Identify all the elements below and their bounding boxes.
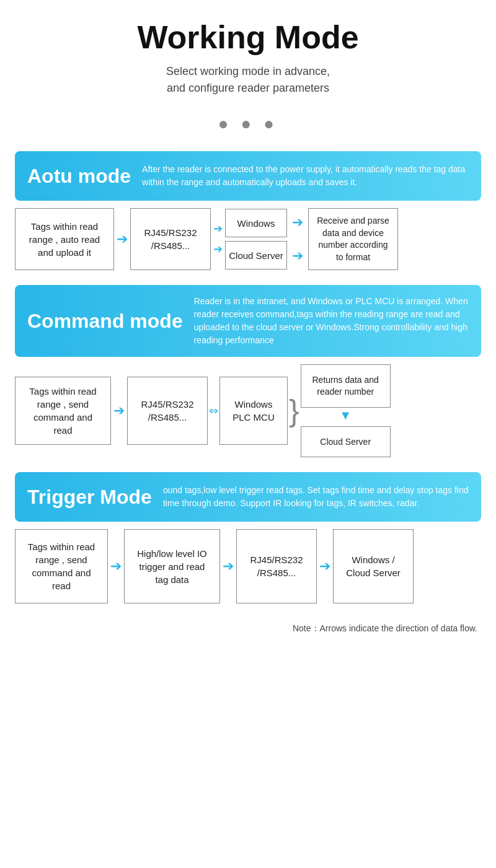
trig-box-wincloud: Windows / Cloud Server — [333, 529, 414, 603]
aotu-flow: Tags within read range , auto read and u… — [15, 208, 481, 270]
cmd-arrow1: ➔ — [113, 403, 125, 419]
trig-arrow1: ➔ — [110, 558, 122, 574]
cmd-arrow-down: ▼ — [339, 409, 352, 421]
cmd-box-winplc: Windows PLC MCU — [219, 377, 288, 445]
aotu-arrow1: ➔ — [117, 231, 128, 247]
trigger-mode-banner: Trigger Mode ound tags,low level trigger… — [15, 472, 481, 522]
page-header: Working Mode Select working mode in adva… — [0, 0, 496, 103]
note: Note：Arrows indicate the direction of da… — [0, 618, 496, 647]
aotu-box-rj45: RJ45/RS232 /RS485... — [130, 208, 211, 270]
aotu-arrow-bottom: ➔ — [213, 243, 223, 256]
command-mode-desc: Reader is in the intranet, and Windows o… — [194, 295, 469, 347]
command-mode-banner: Command mode Reader is in the intranet, … — [15, 285, 481, 357]
aotu-arrows-right: ➔ ➔ — [290, 214, 306, 264]
page-subtitle: Select working mode in advance, and conf… — [12, 63, 484, 97]
aotu-mode-desc: After the reader is connected to the pow… — [142, 163, 469, 189]
trig-box-rj45: RJ45/RS232 /RS485... — [236, 529, 317, 603]
command-flow: Tags within read range , send command an… — [15, 364, 481, 457]
command-mode-title: Command mode — [27, 309, 183, 333]
aotu-arrow3: ➔ — [292, 248, 303, 264]
cmd-box-cloud: Cloud Server — [301, 426, 391, 457]
aotu-wincloud: Windows Cloud Server — [225, 209, 287, 270]
trig-box-io: High/low level IO trigger and read tag d… — [124, 529, 220, 603]
aotu-branch-arrows: ➔ ➔ — [213, 222, 223, 256]
trig-box-tags: Tags within read range , send command an… — [15, 529, 108, 603]
aotu-mode-title: Aotu mode — [27, 164, 131, 188]
trigger-mode-desc: ound tags,low level trigger read tags. S… — [163, 484, 469, 510]
aotu-box-windows: Windows — [225, 209, 287, 237]
aotu-box-parse: Receive and parse data and device number… — [308, 208, 398, 270]
trigger-mode-title: Trigger Mode — [27, 485, 152, 509]
cmd-box-rj45: RJ45/RS232 /RS485... — [127, 377, 208, 445]
cmd-bracket: } — [289, 395, 299, 426]
dots-indicator: ● ● ● — [0, 114, 496, 134]
trig-arrow2: ➔ — [223, 558, 234, 574]
cmd-right-col: Returns data and reader number ▼ Cloud S… — [301, 364, 391, 457]
cmd-box-tags: Tags within read range , send command an… — [15, 377, 111, 445]
trig-arrow3: ➔ — [319, 558, 330, 574]
cmd-box-returns: Returns data and reader number — [301, 364, 391, 408]
trigger-flow: Tags within read range , send command an… — [15, 529, 481, 603]
page-title: Working Mode — [12, 19, 484, 56]
aotu-arrow2: ➔ — [292, 214, 303, 230]
aotu-box-tags: Tags within read range , auto read and u… — [15, 208, 114, 270]
aotu-box-cloud: Cloud Server — [225, 241, 287, 270]
cmd-double-arrow: ⇔ — [209, 404, 218, 418]
aotu-mode-banner: Aotu mode After the reader is connected … — [15, 151, 481, 201]
aotu-arrow-top: ➔ — [213, 222, 223, 236]
